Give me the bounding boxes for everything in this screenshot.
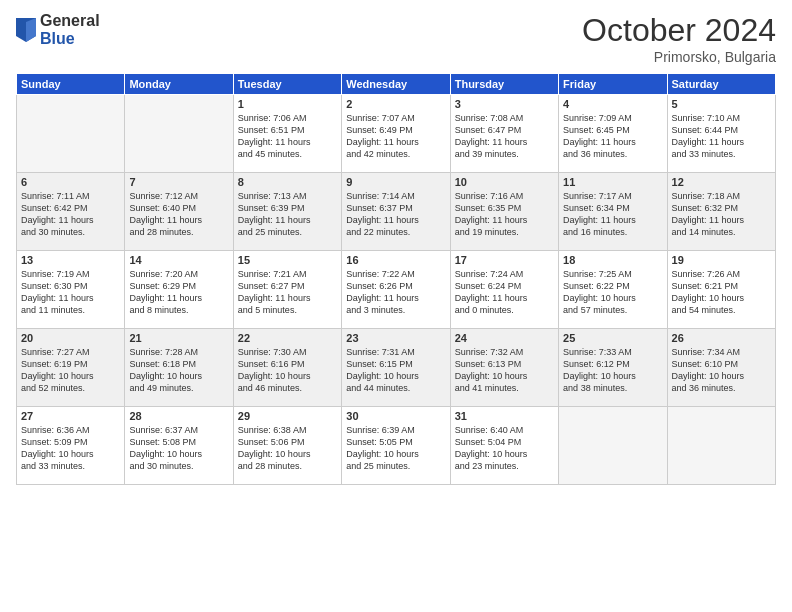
location: Primorsko, Bulgaria [582, 49, 776, 65]
table-row: 16Sunrise: 7:22 AMSunset: 6:26 PMDayligh… [342, 251, 450, 329]
day-number: 31 [455, 410, 554, 422]
day-number: 15 [238, 254, 337, 266]
day-number: 9 [346, 176, 445, 188]
header-saturday: Saturday [667, 74, 775, 95]
table-row: 5Sunrise: 7:10 AMSunset: 6:44 PMDaylight… [667, 95, 775, 173]
logo-blue-text: Blue [40, 30, 100, 48]
table-row: 25Sunrise: 7:33 AMSunset: 6:12 PMDayligh… [559, 329, 667, 407]
table-row: 8Sunrise: 7:13 AMSunset: 6:39 PMDaylight… [233, 173, 341, 251]
cell-content: Sunrise: 6:39 AMSunset: 5:05 PMDaylight:… [346, 424, 445, 473]
cell-content: Sunrise: 7:27 AMSunset: 6:19 PMDaylight:… [21, 346, 120, 395]
day-number: 28 [129, 410, 228, 422]
logo: General Blue [16, 12, 100, 47]
table-row: 6Sunrise: 7:11 AMSunset: 6:42 PMDaylight… [17, 173, 125, 251]
table-row: 15Sunrise: 7:21 AMSunset: 6:27 PMDayligh… [233, 251, 341, 329]
day-number: 27 [21, 410, 120, 422]
cell-content: Sunrise: 6:40 AMSunset: 5:04 PMDaylight:… [455, 424, 554, 473]
table-row: 9Sunrise: 7:14 AMSunset: 6:37 PMDaylight… [342, 173, 450, 251]
table-row [667, 407, 775, 485]
title-block: October 2024 Primorsko, Bulgaria [582, 12, 776, 65]
day-number: 3 [455, 98, 554, 110]
table-row: 7Sunrise: 7:12 AMSunset: 6:40 PMDaylight… [125, 173, 233, 251]
logo-general-text: General [40, 12, 100, 30]
table-row [17, 95, 125, 173]
day-number: 24 [455, 332, 554, 344]
table-row: 12Sunrise: 7:18 AMSunset: 6:32 PMDayligh… [667, 173, 775, 251]
cell-content: Sunrise: 7:22 AMSunset: 6:26 PMDaylight:… [346, 268, 445, 317]
table-row: 26Sunrise: 7:34 AMSunset: 6:10 PMDayligh… [667, 329, 775, 407]
cell-content: Sunrise: 7:24 AMSunset: 6:24 PMDaylight:… [455, 268, 554, 317]
header: General Blue October 2024 Primorsko, Bul… [16, 12, 776, 65]
table-row: 21Sunrise: 7:28 AMSunset: 6:18 PMDayligh… [125, 329, 233, 407]
day-number: 11 [563, 176, 662, 188]
day-number: 20 [21, 332, 120, 344]
table-row: 13Sunrise: 7:19 AMSunset: 6:30 PMDayligh… [17, 251, 125, 329]
day-number: 18 [563, 254, 662, 266]
header-sunday: Sunday [17, 74, 125, 95]
table-row: 29Sunrise: 6:38 AMSunset: 5:06 PMDayligh… [233, 407, 341, 485]
table-row: 27Sunrise: 6:36 AMSunset: 5:09 PMDayligh… [17, 407, 125, 485]
day-number: 25 [563, 332, 662, 344]
cell-content: Sunrise: 7:30 AMSunset: 6:16 PMDaylight:… [238, 346, 337, 395]
table-row: 18Sunrise: 7:25 AMSunset: 6:22 PMDayligh… [559, 251, 667, 329]
cell-content: Sunrise: 7:17 AMSunset: 6:34 PMDaylight:… [563, 190, 662, 239]
cell-content: Sunrise: 7:10 AMSunset: 6:44 PMDaylight:… [672, 112, 771, 161]
day-number: 2 [346, 98, 445, 110]
page: General Blue October 2024 Primorsko, Bul… [0, 0, 792, 612]
cell-content: Sunrise: 7:25 AMSunset: 6:22 PMDaylight:… [563, 268, 662, 317]
cell-content: Sunrise: 7:21 AMSunset: 6:27 PMDaylight:… [238, 268, 337, 317]
day-number: 23 [346, 332, 445, 344]
cell-content: Sunrise: 7:06 AMSunset: 6:51 PMDaylight:… [238, 112, 337, 161]
day-number: 21 [129, 332, 228, 344]
table-row: 22Sunrise: 7:30 AMSunset: 6:16 PMDayligh… [233, 329, 341, 407]
calendar-week-row: 6Sunrise: 7:11 AMSunset: 6:42 PMDaylight… [17, 173, 776, 251]
logo-icon [16, 18, 36, 42]
cell-content: Sunrise: 6:36 AMSunset: 5:09 PMDaylight:… [21, 424, 120, 473]
day-number: 7 [129, 176, 228, 188]
table-row [559, 407, 667, 485]
day-number: 29 [238, 410, 337, 422]
table-row: 14Sunrise: 7:20 AMSunset: 6:29 PMDayligh… [125, 251, 233, 329]
cell-content: Sunrise: 7:31 AMSunset: 6:15 PMDaylight:… [346, 346, 445, 395]
table-row: 11Sunrise: 7:17 AMSunset: 6:34 PMDayligh… [559, 173, 667, 251]
calendar-week-row: 27Sunrise: 6:36 AMSunset: 5:09 PMDayligh… [17, 407, 776, 485]
calendar-week-row: 20Sunrise: 7:27 AMSunset: 6:19 PMDayligh… [17, 329, 776, 407]
day-number: 14 [129, 254, 228, 266]
table-row: 24Sunrise: 7:32 AMSunset: 6:13 PMDayligh… [450, 329, 558, 407]
day-number: 26 [672, 332, 771, 344]
header-wednesday: Wednesday [342, 74, 450, 95]
table-row: 10Sunrise: 7:16 AMSunset: 6:35 PMDayligh… [450, 173, 558, 251]
logo-text: General Blue [40, 12, 100, 47]
table-row: 28Sunrise: 6:37 AMSunset: 5:08 PMDayligh… [125, 407, 233, 485]
cell-content: Sunrise: 7:26 AMSunset: 6:21 PMDaylight:… [672, 268, 771, 317]
day-number: 13 [21, 254, 120, 266]
cell-content: Sunrise: 7:20 AMSunset: 6:29 PMDaylight:… [129, 268, 228, 317]
header-thursday: Thursday [450, 74, 558, 95]
cell-content: Sunrise: 7:07 AMSunset: 6:49 PMDaylight:… [346, 112, 445, 161]
cell-content: Sunrise: 7:28 AMSunset: 6:18 PMDaylight:… [129, 346, 228, 395]
day-number: 12 [672, 176, 771, 188]
cell-content: Sunrise: 7:16 AMSunset: 6:35 PMDaylight:… [455, 190, 554, 239]
calendar-week-row: 13Sunrise: 7:19 AMSunset: 6:30 PMDayligh… [17, 251, 776, 329]
cell-content: Sunrise: 7:33 AMSunset: 6:12 PMDaylight:… [563, 346, 662, 395]
day-number: 17 [455, 254, 554, 266]
calendar-table: Sunday Monday Tuesday Wednesday Thursday… [16, 73, 776, 485]
weekday-header-row: Sunday Monday Tuesday Wednesday Thursday… [17, 74, 776, 95]
cell-content: Sunrise: 7:09 AMSunset: 6:45 PMDaylight:… [563, 112, 662, 161]
svg-marker-1 [26, 18, 36, 42]
header-monday: Monday [125, 74, 233, 95]
table-row: 3Sunrise: 7:08 AMSunset: 6:47 PMDaylight… [450, 95, 558, 173]
cell-content: Sunrise: 7:19 AMSunset: 6:30 PMDaylight:… [21, 268, 120, 317]
table-row: 4Sunrise: 7:09 AMSunset: 6:45 PMDaylight… [559, 95, 667, 173]
day-number: 30 [346, 410, 445, 422]
day-number: 8 [238, 176, 337, 188]
day-number: 10 [455, 176, 554, 188]
cell-content: Sunrise: 7:14 AMSunset: 6:37 PMDaylight:… [346, 190, 445, 239]
cell-content: Sunrise: 7:32 AMSunset: 6:13 PMDaylight:… [455, 346, 554, 395]
table-row [125, 95, 233, 173]
day-number: 6 [21, 176, 120, 188]
day-number: 16 [346, 254, 445, 266]
table-row: 17Sunrise: 7:24 AMSunset: 6:24 PMDayligh… [450, 251, 558, 329]
cell-content: Sunrise: 6:37 AMSunset: 5:08 PMDaylight:… [129, 424, 228, 473]
table-row: 23Sunrise: 7:31 AMSunset: 6:15 PMDayligh… [342, 329, 450, 407]
